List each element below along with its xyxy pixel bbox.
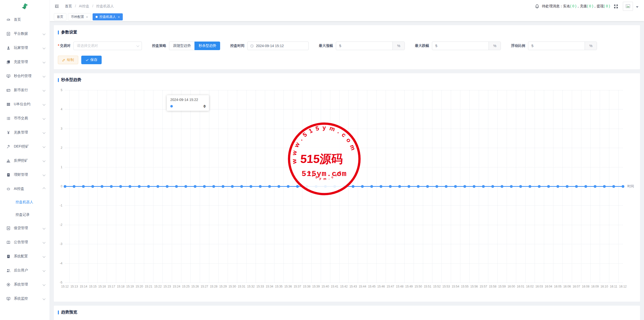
strategy-option-2[interactable]: 秒杀型趋势: [194, 42, 220, 50]
tab-home[interactable]: 首页: [54, 13, 66, 20]
sidebar-item-deposit-withdraw[interactable]: 充提管理: [0, 55, 50, 69]
save-button[interactable]: 保存: [81, 56, 102, 64]
sidebar-item-stake-mining[interactable]: 质押挖矿: [0, 154, 50, 168]
data-point[interactable]: [519, 185, 522, 188]
chevron-down-icon: [43, 117, 45, 120]
data-point[interactable]: [529, 185, 531, 188]
data-point[interactable]: [454, 185, 457, 188]
fullscreen-icon[interactable]: [614, 4, 618, 9]
data-point[interactable]: [622, 185, 624, 188]
topbar: 首页 / AI控盘 / 控盘机器人 待处理消息：实名( 0 )，充值( 0 )，…: [50, 0, 644, 13]
avatar[interactable]: [623, 2, 633, 11]
data-point[interactable]: [426, 185, 429, 188]
data-point[interactable]: [584, 185, 587, 188]
breadcrumb-home[interactable]: 首页: [65, 4, 72, 8]
sidebar-item-system-config[interactable]: 系统配置: [0, 249, 50, 263]
x-tick-label: 15:31: [238, 285, 245, 288]
data-point[interactable]: [138, 185, 141, 188]
control-time-input[interactable]: 2024-09-14 15:12: [247, 42, 309, 50]
sidebar-collapse-icon[interactable]: [54, 4, 60, 9]
data-point[interactable]: [538, 185, 541, 188]
pair-select[interactable]: 请选择交易对: [73, 42, 142, 50]
data-point[interactable]: [566, 185, 569, 188]
data-point[interactable]: [268, 185, 271, 188]
data-point[interactable]: [612, 185, 615, 188]
data-point[interactable]: [259, 185, 262, 188]
data-point[interactable]: [203, 185, 206, 188]
sidebar-item-new-coin-issue[interactable]: 新币发行: [0, 83, 50, 97]
data-point[interactable]: [156, 185, 159, 188]
sidebar-item-admin-users[interactable]: 后台用户: [0, 263, 50, 277]
data-point[interactable]: [119, 185, 122, 188]
max-rise-input[interactable]: 5: [336, 42, 392, 50]
data-point[interactable]: [417, 185, 420, 188]
strategy-option-1[interactable]: 跟随型趋势: [169, 42, 194, 50]
data-point[interactable]: [250, 185, 252, 188]
data-point[interactable]: [435, 185, 438, 188]
sidebar-item-wealth-mgmt[interactable]: 理财管理: [0, 168, 50, 182]
data-point[interactable]: [482, 185, 485, 188]
data-point[interactable]: [575, 185, 578, 188]
data-point[interactable]: [73, 185, 75, 188]
data-point[interactable]: [370, 185, 373, 188]
data-point[interactable]: [510, 185, 513, 188]
sidebar-item-spot-trade[interactable]: 币币交易: [0, 111, 50, 125]
caret-down-icon[interactable]: [636, 6, 638, 8]
data-point[interactable]: [91, 185, 94, 188]
data-point[interactable]: [445, 185, 448, 188]
sidebar-item-loan-mgmt[interactable]: 借贷管理: [0, 221, 50, 235]
data-point[interactable]: [231, 185, 234, 188]
sidebar-item-second-contract[interactable]: 秒合约管理: [0, 69, 50, 83]
sidebar-item-ai-market-control[interactable]: AI控盘: [0, 182, 50, 196]
data-point[interactable]: [380, 185, 382, 188]
data-point[interactable]: [212, 185, 215, 188]
data-point[interactable]: [398, 185, 401, 188]
x-tick-label: 16:06: [563, 285, 571, 288]
sidebar-item-platform-data[interactable]: 平台数据: [0, 27, 50, 41]
data-point[interactable]: [603, 185, 606, 188]
sidebar-subitem-control-robot[interactable]: 控盘机器人: [0, 196, 50, 208]
sidebar-item-system-mgmt[interactable]: 系统管理: [0, 277, 50, 292]
data-point[interactable]: [547, 185, 550, 188]
sidebar-item-system-monitor[interactable]: 系统监控: [0, 292, 50, 306]
data-point[interactable]: [556, 185, 559, 188]
tab-coin-config[interactable]: 币种配置×: [68, 13, 91, 20]
data-point[interactable]: [463, 185, 466, 188]
sidebar-item-home[interactable]: 首页: [0, 13, 50, 27]
sidebar-item-player-mgmt[interactable]: 玩家管理: [0, 41, 50, 55]
tab-close-icon[interactable]: ×: [118, 15, 120, 19]
data-point[interactable]: [110, 185, 113, 188]
tab-control-robot[interactable]: 控盘机器人×: [93, 13, 123, 20]
sidebar-subitem-control-records[interactable]: 控盘记录: [0, 208, 50, 221]
data-point[interactable]: [501, 185, 503, 188]
data-point[interactable]: [491, 185, 494, 188]
data-point[interactable]: [277, 185, 280, 188]
data-point[interactable]: [240, 185, 243, 188]
data-point[interactable]: [82, 185, 85, 188]
data-point[interactable]: [389, 185, 392, 188]
data-point[interactable]: [473, 185, 475, 188]
max-fall-input[interactable]: 5: [432, 42, 489, 50]
data-point[interactable]: [64, 185, 66, 188]
sidebar-item-exchange-mgmt[interactable]: 兑换管理: [0, 125, 50, 139]
x-tick-label: 16:00: [507, 285, 515, 288]
sidebar-item-defi-mining[interactable]: DEFI挖矿: [0, 139, 50, 154]
draw-button[interactable]: 绘制: [58, 56, 78, 64]
data-point[interactable]: [101, 185, 103, 188]
topbar-right: 待处理消息：实名( 0 )，充值( 0 )，提现( 0 ): [535, 2, 638, 11]
data-point[interactable]: [147, 185, 150, 188]
data-point[interactable]: [129, 185, 131, 188]
breadcrumb-ai-control[interactable]: AI控盘: [79, 4, 89, 8]
tab-close-icon[interactable]: ×: [86, 15, 88, 19]
data-point[interactable]: [184, 185, 187, 188]
data-point[interactable]: [408, 185, 410, 188]
data-point[interactable]: [594, 185, 596, 188]
sidebar-item-announcement[interactable]: 公告管理: [0, 235, 50, 249]
data-point[interactable]: [194, 185, 196, 188]
bell-icon[interactable]: [535, 4, 539, 9]
data-point[interactable]: [166, 185, 169, 188]
data-point[interactable]: [175, 185, 178, 188]
float-ratio-input[interactable]: 5: [528, 42, 585, 50]
sidebar-item-u-contract[interactable]: U本位合约: [0, 97, 50, 111]
data-point[interactable]: [222, 185, 224, 188]
